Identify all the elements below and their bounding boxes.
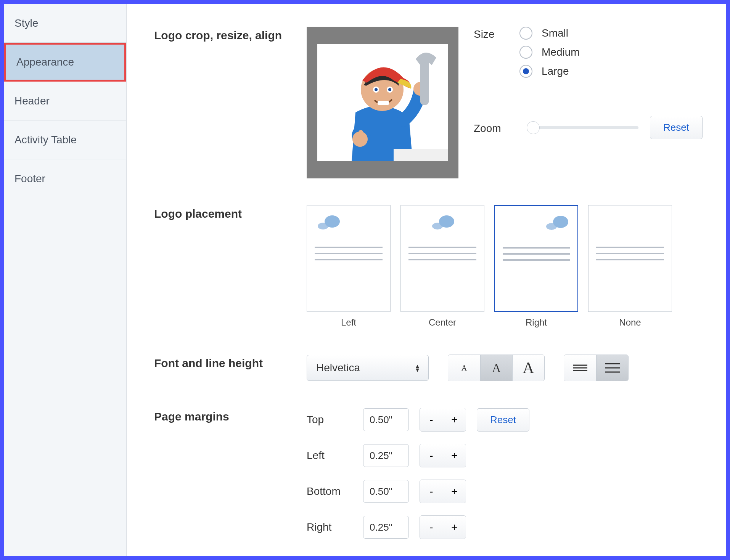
size-row: Size Small Medium xyxy=(474,27,705,78)
font-size-medium[interactable]: A xyxy=(480,355,512,381)
section-font: Font and line height Helvetica ▴▾ A A A xyxy=(154,355,705,381)
zoom-slider-thumb[interactable] xyxy=(527,121,540,134)
sidebar-item-activity-table[interactable]: Activity Table xyxy=(4,120,126,159)
svg-point-5 xyxy=(388,88,391,91)
svg-point-17 xyxy=(553,216,568,228)
size-option-medium[interactable]: Medium xyxy=(519,46,580,59)
margin-row-bottom: Bottom 0.50" - + xyxy=(307,480,529,503)
margin-row-left: Left 0.25" - + xyxy=(307,444,529,467)
logo-crop-preview[interactable] xyxy=(307,27,458,178)
font-family-select[interactable]: Helvetica ▴▾ xyxy=(307,355,429,381)
margin-input-bottom[interactable]: 0.50" xyxy=(363,480,409,503)
placement-tile-left[interactable] xyxy=(307,205,391,312)
line-height-loose[interactable] xyxy=(596,355,628,381)
placement-label: None xyxy=(619,317,641,328)
sidebar-item-label: Header xyxy=(14,95,50,107)
sidebar-item-label: Style xyxy=(14,17,38,29)
line-height-loose-icon xyxy=(605,362,621,374)
section-label: Page margins xyxy=(154,408,307,423)
radio-label: Medium xyxy=(542,46,580,58)
size-option-small[interactable]: Small xyxy=(519,27,580,40)
margin-decrement[interactable]: - xyxy=(420,408,443,431)
section-logo-placement: Logo placement Left xyxy=(154,205,705,328)
margin-row-right: Right 0.25" - + xyxy=(307,515,529,539)
margin-decrement[interactable]: - xyxy=(420,444,443,467)
margin-label: Right xyxy=(307,521,352,533)
section-label: Font and line height xyxy=(154,355,307,370)
margin-label: Bottom xyxy=(307,485,352,497)
section-label: Logo crop, resize, align xyxy=(154,27,307,42)
sidebar-item-style[interactable]: Style xyxy=(4,4,126,43)
placement-options: Left Center Right xyxy=(307,205,672,328)
margin-label: Top xyxy=(307,414,352,426)
size-label: Size xyxy=(474,27,519,40)
margin-increment[interactable]: + xyxy=(443,480,466,503)
placement-tile-right[interactable] xyxy=(494,205,578,312)
margin-input-right[interactable]: 0.25" xyxy=(363,516,409,539)
zoom-label: Zoom xyxy=(474,121,516,135)
main-panel: Logo crop, resize, align xyxy=(127,4,726,556)
svg-point-13 xyxy=(325,215,340,228)
margin-increment[interactable]: + xyxy=(443,516,466,539)
radio-icon xyxy=(519,46,532,59)
margin-label: Left xyxy=(307,449,352,462)
select-value: Helvetica xyxy=(316,362,360,374)
zoom-reset-button[interactable]: Reset xyxy=(650,116,703,139)
margin-increment[interactable]: + xyxy=(443,408,466,431)
sidebar-item-footer[interactable]: Footer xyxy=(4,159,126,198)
size-radio-group: Small Medium Large xyxy=(519,27,580,78)
line-height-segmented xyxy=(564,355,629,381)
svg-point-15 xyxy=(439,215,454,228)
app-frame: Style Appearance Header Activity Table F… xyxy=(0,0,730,560)
placement-label: Center xyxy=(429,317,456,328)
radio-label: Small xyxy=(542,27,568,39)
margin-stepper-bottom: - + xyxy=(420,480,466,503)
margin-decrement[interactable]: - xyxy=(420,480,443,503)
margin-stepper-left: - + xyxy=(420,444,466,467)
line-height-tight-icon xyxy=(572,362,588,374)
placement-tile-none[interactable] xyxy=(588,205,672,312)
sidebar: Style Appearance Header Activity Table F… xyxy=(4,4,127,556)
sidebar-item-appearance[interactable]: Appearance xyxy=(4,43,126,82)
placement-tile-center[interactable] xyxy=(400,205,484,312)
svg-rect-6 xyxy=(378,101,389,105)
logo-side-controls: Size Small Medium xyxy=(474,27,705,139)
font-size-small[interactable]: A xyxy=(448,355,480,381)
placement-label: Left xyxy=(341,317,356,328)
margins-reset-button[interactable]: Reset xyxy=(477,408,529,432)
svg-rect-10 xyxy=(420,59,429,105)
font-size-segmented: A A A xyxy=(448,355,545,381)
svg-rect-8 xyxy=(359,130,363,139)
section-logo-crop: Logo crop, resize, align xyxy=(154,27,705,178)
radio-icon xyxy=(519,65,532,78)
radio-icon xyxy=(519,27,532,40)
line-height-tight[interactable] xyxy=(564,355,596,381)
sidebar-item-label: Appearance xyxy=(16,56,74,68)
margin-stepper-top: - + xyxy=(420,408,466,432)
svg-rect-11 xyxy=(394,149,448,161)
margin-stepper-right: - + xyxy=(420,515,466,539)
svg-point-3 xyxy=(375,88,378,91)
logo-image xyxy=(317,44,448,161)
zoom-slider[interactable] xyxy=(527,126,638,129)
margin-input-left[interactable]: 0.25" xyxy=(363,444,409,467)
sidebar-item-label: Footer xyxy=(14,173,45,185)
margin-row-top: Top 0.50" - + Reset xyxy=(307,408,529,432)
section-label: Logo placement xyxy=(154,205,307,220)
margin-increment[interactable]: + xyxy=(443,444,466,467)
select-caret-icon: ▴▾ xyxy=(416,364,419,372)
margins-grid: Top 0.50" - + Reset Left 0.25" - + xyxy=(307,408,529,539)
margin-decrement[interactable]: - xyxy=(420,516,443,539)
sidebar-item-header[interactable]: Header xyxy=(4,82,126,120)
placement-label: Right xyxy=(526,317,547,328)
section-margins: Page margins Top 0.50" - + Reset Left xyxy=(154,408,705,539)
margin-input-top[interactable]: 0.50" xyxy=(363,408,409,431)
radio-label: Large xyxy=(542,65,569,77)
sidebar-item-label: Activity Table xyxy=(14,134,77,146)
font-size-large[interactable]: A xyxy=(512,355,544,381)
zoom-row: Zoom Reset xyxy=(474,116,705,139)
size-option-large[interactable]: Large xyxy=(519,65,580,78)
